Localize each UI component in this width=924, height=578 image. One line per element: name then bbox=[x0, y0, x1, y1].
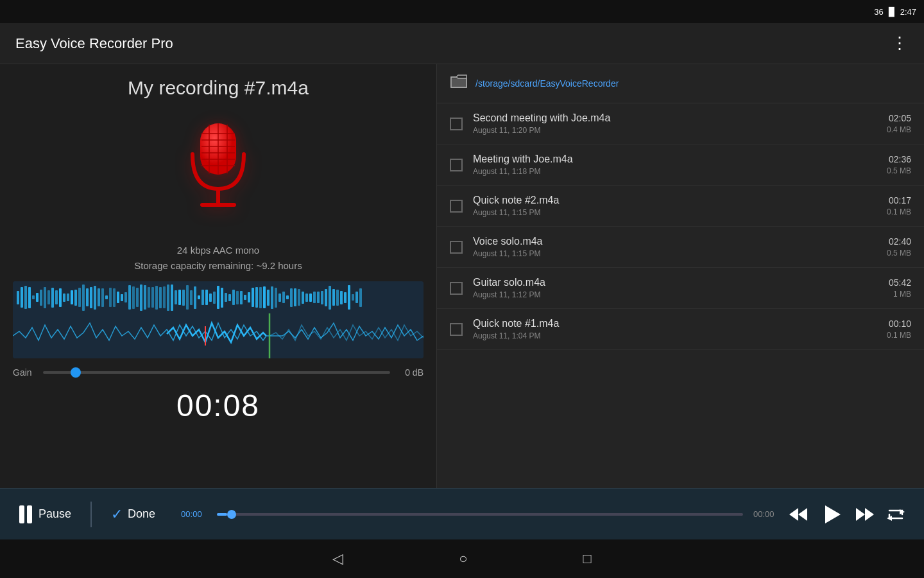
level-bar bbox=[217, 286, 219, 309]
done-button[interactable]: ✓ Done bbox=[111, 506, 155, 523]
level-bar bbox=[298, 289, 300, 306]
level-bar bbox=[178, 290, 181, 305]
rewind-button[interactable] bbox=[789, 507, 807, 522]
gain-value: 0 dB bbox=[398, 367, 424, 378]
recording-timer: 00:08 bbox=[176, 388, 260, 423]
level-bar bbox=[205, 290, 208, 305]
recording-size-3: 0.5 MB bbox=[887, 249, 911, 258]
level-bar bbox=[325, 289, 327, 306]
svg-marker-17 bbox=[856, 508, 865, 521]
overflow-menu-button[interactable]: ⋮ bbox=[891, 33, 909, 53]
gain-label: Gain bbox=[13, 367, 35, 378]
level-bar bbox=[78, 288, 81, 307]
recording-date-1: August 11, 1:18 PM bbox=[473, 167, 877, 176]
list-item[interactable]: Quick note #2.m4a August 11, 1:15 PM 00:… bbox=[437, 186, 924, 227]
list-item[interactable]: Second meeting with Joe.m4a August 11, 1… bbox=[437, 103, 924, 144]
time-total: 00:00 bbox=[753, 509, 779, 519]
level-bar bbox=[28, 287, 31, 308]
rewind-icon bbox=[789, 507, 807, 522]
recording-checkbox-2[interactable] bbox=[450, 200, 463, 213]
level-bar bbox=[44, 287, 46, 308]
microphone-icon bbox=[173, 118, 263, 221]
level-bar bbox=[259, 287, 262, 308]
recording-meta-5: 00:10 0.1 MB bbox=[887, 319, 911, 340]
repeat-button[interactable] bbox=[887, 507, 905, 522]
recordings-list: Second meeting with Joe.m4a August 11, 1… bbox=[437, 103, 924, 488]
home-button[interactable]: ○ bbox=[459, 550, 467, 567]
recording-info-3: Voice solo.m4a August 11, 1:15 PM bbox=[473, 236, 877, 258]
recording-name-5: Quick note #1.m4a bbox=[473, 318, 877, 329]
play-button[interactable] bbox=[820, 503, 843, 526]
level-bar bbox=[101, 288, 104, 307]
level-bar bbox=[336, 290, 339, 306]
list-item[interactable]: Guitar solo.m4a August 11, 1:12 PM 05:42… bbox=[437, 268, 924, 309]
level-bar bbox=[94, 286, 96, 310]
level-bar bbox=[86, 288, 89, 306]
waveform-container bbox=[13, 281, 424, 358]
recording-date-3: August 11, 1:15 PM bbox=[473, 249, 877, 258]
gain-slider[interactable] bbox=[43, 371, 390, 374]
list-item[interactable]: Voice solo.m4a August 11, 1:15 PM 02:40 … bbox=[437, 227, 924, 268]
list-item[interactable]: Quick note #1.m4a August 11, 1:04 PM 00:… bbox=[437, 309, 924, 350]
recording-checkbox-0[interactable] bbox=[450, 118, 463, 130]
level-bar bbox=[359, 288, 362, 307]
level-bar bbox=[348, 285, 350, 310]
recording-checkbox-3[interactable] bbox=[450, 241, 463, 254]
fast-forward-button[interactable] bbox=[856, 507, 874, 522]
transport-buttons bbox=[789, 503, 905, 526]
level-bar bbox=[40, 290, 42, 306]
level-bar bbox=[132, 286, 135, 309]
recording-size-1: 0.5 MB bbox=[887, 166, 911, 175]
clock: 2:47 bbox=[900, 7, 916, 17]
folder-path-row: /storage/sdcard/EasyVoiceRecorder bbox=[437, 64, 924, 103]
level-bar bbox=[17, 291, 19, 304]
pause-button[interactable]: Pause bbox=[19, 505, 71, 523]
done-label: Done bbox=[128, 507, 155, 521]
recording-name-1: Meeting with Joe.m4a bbox=[473, 153, 877, 165]
recording-name-0: Second meeting with Joe.m4a bbox=[473, 112, 877, 124]
pause-bar-1 bbox=[19, 505, 24, 523]
level-bar bbox=[124, 292, 127, 302]
pause-bar-2 bbox=[27, 505, 32, 523]
bottom-controls: Pause ✓ Done 00:00 00:00 bbox=[0, 488, 924, 539]
progress-bar[interactable] bbox=[217, 513, 743, 516]
back-button[interactable]: ◁ bbox=[332, 550, 343, 567]
level-bar bbox=[198, 295, 200, 299]
recording-info-2: Quick note #2.m4a August 11, 1:15 PM bbox=[473, 195, 877, 217]
recording-checkbox-1[interactable] bbox=[450, 159, 463, 171]
recording-duration-2: 00:17 bbox=[887, 195, 911, 206]
check-icon: ✓ bbox=[111, 506, 123, 523]
recording-checkbox-4[interactable] bbox=[450, 282, 463, 295]
recording-meta-4: 05:42 1 MB bbox=[889, 277, 911, 299]
recording-date-0: August 11, 1:20 PM bbox=[473, 126, 877, 135]
folder-icon bbox=[450, 74, 468, 92]
format-info: 24 kbps AAC mono Storage capacity remain… bbox=[134, 243, 302, 274]
recording-meta-3: 02:40 0.5 MB bbox=[887, 236, 911, 258]
level-bar bbox=[105, 295, 108, 299]
divider bbox=[90, 502, 92, 527]
recording-info-5: Quick note #1.m4a August 11, 1:04 PM bbox=[473, 318, 877, 340]
level-bar bbox=[355, 292, 358, 303]
recording-date-4: August 11, 1:12 PM bbox=[473, 290, 878, 299]
progress-thumb[interactable] bbox=[227, 510, 236, 519]
signal-strength: 36 bbox=[874, 7, 883, 17]
gain-thumb[interactable] bbox=[71, 367, 81, 378]
playback-controls: 00:00 00:00 bbox=[181, 503, 905, 526]
mic-container bbox=[173, 118, 263, 223]
recording-size-4: 1 MB bbox=[889, 290, 911, 299]
level-bar bbox=[121, 294, 123, 301]
level-bar bbox=[148, 287, 150, 308]
battery-icon: ▉ bbox=[889, 7, 895, 17]
level-bar bbox=[275, 288, 277, 308]
progress-fill bbox=[217, 513, 227, 516]
level-bar bbox=[340, 291, 343, 304]
left-panel: My recording #7.m4a bbox=[0, 64, 436, 488]
recent-button[interactable]: □ bbox=[583, 550, 592, 567]
list-item[interactable]: Meeting with Joe.m4a August 11, 1:18 PM … bbox=[437, 144, 924, 186]
level-bar bbox=[286, 295, 289, 299]
level-bar bbox=[332, 289, 335, 306]
level-bar bbox=[151, 287, 154, 308]
level-bar bbox=[51, 288, 54, 308]
recording-checkbox-5[interactable] bbox=[450, 323, 463, 336]
fast-forward-icon bbox=[856, 507, 874, 522]
